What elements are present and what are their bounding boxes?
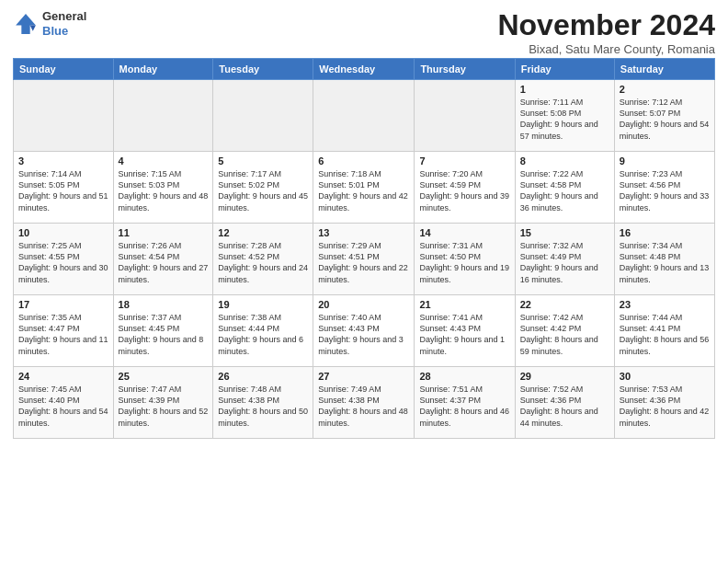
day-info: Sunrise: 7:52 AM Sunset: 4:36 PM Dayligh… <box>520 384 609 429</box>
calendar-cell: 8Sunrise: 7:22 AM Sunset: 4:58 PM Daylig… <box>515 152 614 224</box>
calendar-cell: 3Sunrise: 7:14 AM Sunset: 5:05 PM Daylig… <box>14 152 114 224</box>
day-number: 10 <box>18 227 108 238</box>
day-info: Sunrise: 7:53 AM Sunset: 4:36 PM Dayligh… <box>620 384 710 429</box>
calendar-cell: 12Sunrise: 7:28 AM Sunset: 4:52 PM Dayli… <box>213 224 313 295</box>
day-number: 29 <box>520 371 609 382</box>
day-info: Sunrise: 7:11 AM Sunset: 5:08 PM Dayligh… <box>520 97 609 142</box>
calendar-cell: 29Sunrise: 7:52 AM Sunset: 4:36 PM Dayli… <box>515 367 614 439</box>
calendar-cell: 5Sunrise: 7:17 AM Sunset: 5:02 PM Daylig… <box>213 152 313 224</box>
calendar-cell: 20Sunrise: 7:40 AM Sunset: 4:43 PM Dayli… <box>313 295 415 367</box>
day-info: Sunrise: 7:32 AM Sunset: 4:49 PM Dayligh… <box>520 240 609 285</box>
day-info: Sunrise: 7:20 AM Sunset: 4:59 PM Dayligh… <box>419 168 509 213</box>
calendar-cell: 21Sunrise: 7:41 AM Sunset: 4:43 PM Dayli… <box>415 295 515 367</box>
day-info: Sunrise: 7:49 AM Sunset: 4:38 PM Dayligh… <box>318 384 409 429</box>
calendar-cell: 13Sunrise: 7:29 AM Sunset: 4:51 PM Dayli… <box>313 224 415 295</box>
day-number: 7 <box>419 155 509 167</box>
day-info: Sunrise: 7:35 AM Sunset: 4:47 PM Dayligh… <box>18 312 108 357</box>
col-thursday: Thursday <box>415 59 515 80</box>
calendar-cell: 2Sunrise: 7:12 AM Sunset: 5:07 PM Daylig… <box>614 80 714 152</box>
col-monday: Monday <box>113 59 213 80</box>
day-info: Sunrise: 7:14 AM Sunset: 5:05 PM Dayligh… <box>18 168 108 213</box>
day-number: 25 <box>119 371 209 382</box>
calendar-cell: 7Sunrise: 7:20 AM Sunset: 4:59 PM Daylig… <box>415 152 515 224</box>
calendar-cell: 24Sunrise: 7:45 AM Sunset: 4:40 PM Dayli… <box>14 367 114 439</box>
day-info: Sunrise: 7:37 AM Sunset: 4:45 PM Dayligh… <box>119 312 209 357</box>
day-number: 15 <box>520 227 609 238</box>
day-info: Sunrise: 7:18 AM Sunset: 5:01 PM Dayligh… <box>318 168 409 213</box>
day-number: 17 <box>18 299 108 310</box>
day-number: 21 <box>419 299 509 310</box>
calendar-cell: 27Sunrise: 7:49 AM Sunset: 4:38 PM Dayli… <box>313 367 415 439</box>
calendar-cell: 10Sunrise: 7:25 AM Sunset: 4:55 PM Dayli… <box>14 224 114 295</box>
calendar-cell: 30Sunrise: 7:53 AM Sunset: 4:36 PM Dayli… <box>614 367 714 439</box>
day-info: Sunrise: 7:45 AM Sunset: 4:40 PM Dayligh… <box>18 384 108 429</box>
day-number: 11 <box>119 227 209 238</box>
logo-icon <box>13 11 39 37</box>
day-info: Sunrise: 7:44 AM Sunset: 4:41 PM Dayligh… <box>620 312 710 357</box>
day-info: Sunrise: 7:12 AM Sunset: 5:07 PM Dayligh… <box>620 97 710 142</box>
col-tuesday: Tuesday <box>213 59 313 80</box>
calendar-cell: 22Sunrise: 7:42 AM Sunset: 4:42 PM Dayli… <box>515 295 614 367</box>
calendar-cell: 26Sunrise: 7:48 AM Sunset: 4:38 PM Dayli… <box>213 367 313 439</box>
day-number: 13 <box>318 227 409 238</box>
calendar-cell: 23Sunrise: 7:44 AM Sunset: 4:41 PM Dayli… <box>614 295 714 367</box>
col-sunday: Sunday <box>14 59 114 80</box>
day-number: 27 <box>318 371 409 382</box>
calendar-cell <box>14 80 114 152</box>
day-info: Sunrise: 7:22 AM Sunset: 4:58 PM Dayligh… <box>520 168 609 213</box>
day-info: Sunrise: 7:40 AM Sunset: 4:43 PM Dayligh… <box>318 312 409 357</box>
day-info: Sunrise: 7:23 AM Sunset: 4:56 PM Dayligh… <box>620 168 710 213</box>
day-info: Sunrise: 7:25 AM Sunset: 4:55 PM Dayligh… <box>18 240 108 285</box>
day-number: 1 <box>520 84 609 95</box>
day-info: Sunrise: 7:31 AM Sunset: 4:50 PM Dayligh… <box>419 240 509 285</box>
day-info: Sunrise: 7:41 AM Sunset: 4:43 PM Dayligh… <box>419 312 509 357</box>
calendar-cell: 1Sunrise: 7:11 AM Sunset: 5:08 PM Daylig… <box>515 80 614 152</box>
calendar-cell: 18Sunrise: 7:37 AM Sunset: 4:45 PM Dayli… <box>113 295 213 367</box>
day-number: 26 <box>218 371 308 382</box>
calendar-cell: 19Sunrise: 7:38 AM Sunset: 4:44 PM Dayli… <box>213 295 313 367</box>
col-friday: Friday <box>515 59 614 80</box>
logo-line2: Blue <box>42 24 86 39</box>
calendar-cell: 4Sunrise: 7:15 AM Sunset: 5:03 PM Daylig… <box>113 152 213 224</box>
day-number: 6 <box>318 155 409 167</box>
calendar-week-5: 24Sunrise: 7:45 AM Sunset: 4:40 PM Dayli… <box>14 367 715 439</box>
day-info: Sunrise: 7:38 AM Sunset: 4:44 PM Dayligh… <box>218 312 308 357</box>
logo: General Blue <box>13 9 86 38</box>
calendar-week-4: 17Sunrise: 7:35 AM Sunset: 4:47 PM Dayli… <box>14 295 715 367</box>
day-info: Sunrise: 7:42 AM Sunset: 4:42 PM Dayligh… <box>520 312 609 357</box>
day-number: 4 <box>119 155 209 167</box>
day-info: Sunrise: 7:28 AM Sunset: 4:52 PM Dayligh… <box>218 240 308 285</box>
calendar-week-1: 1Sunrise: 7:11 AM Sunset: 5:08 PM Daylig… <box>14 80 715 152</box>
day-number: 9 <box>620 155 710 167</box>
calendar-cell: 15Sunrise: 7:32 AM Sunset: 4:49 PM Dayli… <box>515 224 614 295</box>
calendar-cell: 11Sunrise: 7:26 AM Sunset: 4:54 PM Dayli… <box>113 224 213 295</box>
col-saturday: Saturday <box>614 59 714 80</box>
calendar: Sunday Monday Tuesday Wednesday Thursday… <box>13 58 715 439</box>
day-number: 20 <box>318 299 409 310</box>
calendar-cell: 14Sunrise: 7:31 AM Sunset: 4:50 PM Dayli… <box>415 224 515 295</box>
calendar-cell: 6Sunrise: 7:18 AM Sunset: 5:01 PM Daylig… <box>313 152 415 224</box>
day-info: Sunrise: 7:26 AM Sunset: 4:54 PM Dayligh… <box>119 240 209 285</box>
day-number: 23 <box>620 299 710 310</box>
day-number: 16 <box>620 227 710 238</box>
day-info: Sunrise: 7:29 AM Sunset: 4:51 PM Dayligh… <box>318 240 409 285</box>
calendar-cell <box>113 80 213 152</box>
title-block: November 2024 Bixad, Satu Mare County, R… <box>497 9 715 56</box>
day-number: 8 <box>520 155 609 167</box>
day-info: Sunrise: 7:48 AM Sunset: 4:38 PM Dayligh… <box>218 384 308 429</box>
calendar-week-3: 10Sunrise: 7:25 AM Sunset: 4:55 PM Dayli… <box>14 224 715 295</box>
svg-marker-1 <box>16 14 36 34</box>
day-number: 14 <box>419 227 509 238</box>
calendar-cell <box>313 80 415 152</box>
day-number: 18 <box>119 299 209 310</box>
col-wednesday: Wednesday <box>313 59 415 80</box>
day-number: 22 <box>520 299 609 310</box>
page: General Blue November 2024 Bixad, Satu M… <box>0 0 728 448</box>
calendar-header: Sunday Monday Tuesday Wednesday Thursday… <box>14 59 715 80</box>
logo-text: General Blue <box>42 9 86 38</box>
header: General Blue November 2024 Bixad, Satu M… <box>13 9 715 56</box>
svg-marker-2 <box>30 25 36 30</box>
day-number: 28 <box>419 371 509 382</box>
day-info: Sunrise: 7:34 AM Sunset: 4:48 PM Dayligh… <box>620 240 710 285</box>
day-number: 24 <box>18 371 108 382</box>
